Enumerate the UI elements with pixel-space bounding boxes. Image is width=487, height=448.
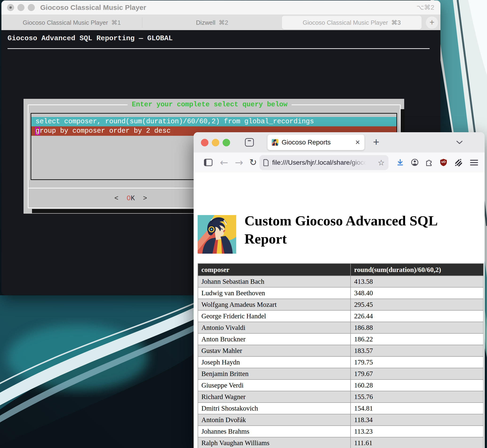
terminal-tab-1[interactable]: Giocoso Classical Music Player⌘1 xyxy=(1,15,142,30)
svg-text:uO: uO xyxy=(441,160,446,164)
text-cursor: g xyxy=(36,127,40,135)
table-cell: 348.40 xyxy=(351,287,483,299)
ok-label: K xyxy=(131,195,135,202)
close-button[interactable] xyxy=(7,4,14,11)
tab-label: Dizwell xyxy=(196,19,215,26)
close-button[interactable] xyxy=(201,139,208,146)
browser-toolbar: ← → ↻ file:///Users/hjr/.local/share/gio… xyxy=(194,152,485,173)
terminal-tabbar: Giocoso Classical Music Player⌘1 Dizwell… xyxy=(1,15,440,30)
table-cell: Antonín Dvořák xyxy=(198,414,351,426)
table-cell: Anton Bruckner xyxy=(198,333,351,345)
window-title: Giocoso Classical Music Player xyxy=(40,0,146,15)
table-row: Antonín Dvořák118.34 xyxy=(198,414,483,426)
striped-extension-icon[interactable] xyxy=(454,158,462,166)
terminal-tab-2[interactable]: Dizwell⌘2 xyxy=(142,15,282,30)
table-cell: 113.23 xyxy=(351,426,483,437)
tab-close-icon[interactable]: ✕ xyxy=(355,135,360,150)
zoom-button[interactable] xyxy=(28,4,35,11)
table-cell: 179.75 xyxy=(351,356,483,368)
browser-window: Giocoso Reports ✕ + ← → ↻ file:///Users/… xyxy=(194,132,485,448)
column-header-composer: composer xyxy=(198,264,351,276)
beethoven-artwork-image xyxy=(198,215,236,254)
terminal-tab-3-active[interactable]: Giocoso Classical Music Player⌘3 xyxy=(282,16,422,29)
minimize-button[interactable] xyxy=(212,139,219,146)
firefox-view-icon[interactable] xyxy=(245,138,254,147)
table-cell: 111.61 xyxy=(351,437,483,448)
table-row: Antonio Vivaldi186.88 xyxy=(198,322,483,333)
zoom-button[interactable] xyxy=(223,139,230,146)
table-row: Johannes Brahms113.23 xyxy=(198,426,483,437)
ok-hotkey: O xyxy=(127,195,131,202)
url-text[interactable]: file:///Users/hjr/.local/share/giocos xyxy=(272,159,366,166)
tab-favicon xyxy=(272,139,278,146)
table-cell: Benjamin Britten xyxy=(198,368,351,380)
forward-icon[interactable]: → xyxy=(233,152,245,172)
table-cell: 160.28 xyxy=(351,380,483,391)
report-table: composer round(sum(duration)/60/60,2) Jo… xyxy=(198,263,484,448)
window-shortcut-badge: ⌥⌘2 xyxy=(416,0,434,15)
browser-tabstrip: Giocoso Reports ✕ + xyxy=(194,132,485,152)
screen-title: Giocoso Advanced SQL Reporting — GLOBAL xyxy=(8,34,173,42)
ok-bracket-left: < xyxy=(114,195,127,202)
table-cell: Antonio Vivaldi xyxy=(198,322,351,333)
downloads-icon[interactable] xyxy=(396,158,404,166)
ublock-origin-icon[interactable]: uO xyxy=(439,158,447,166)
back-icon[interactable]: ← xyxy=(218,152,230,172)
table-row: Ludwig van Beethoven348.40 xyxy=(198,287,483,299)
extensions-puzzle-icon[interactable] xyxy=(425,158,433,166)
table-row: Anton Bruckner186.22 xyxy=(198,333,483,345)
new-tab-button[interactable]: + xyxy=(371,135,381,150)
table-cell: Dmitri Shostakovich xyxy=(198,403,351,414)
tab-label: Giocoso Classical Music Player xyxy=(23,19,108,26)
table-cell: 154.81 xyxy=(351,403,483,414)
table-cell: 186.88 xyxy=(351,322,483,333)
dialog-title: Enter your complete select query below xyxy=(128,101,291,108)
page-icon xyxy=(263,159,269,166)
table-cell: Ludwig van Beethoven xyxy=(198,287,351,299)
ok-bracket-right: > xyxy=(135,195,147,202)
table-cell: George Frideric Handel xyxy=(198,310,351,322)
reload-icon[interactable]: ↻ xyxy=(247,152,259,172)
tab-shortcut: ⌘1 xyxy=(111,19,121,26)
column-header-duration: round(sum(duration)/60/60,2) xyxy=(351,264,483,276)
table-cell: 295.45 xyxy=(351,299,483,310)
horizontal-rule xyxy=(8,48,430,49)
table-cell: Richard Wagner xyxy=(198,391,351,403)
table-cell: Giuseppe Verdi xyxy=(198,380,351,391)
table-header-row: composer round(sum(duration)/60/60,2) xyxy=(198,264,483,276)
table-cell: 186.22 xyxy=(351,333,483,345)
new-tab-button[interactable]: + xyxy=(426,16,438,29)
bookmark-star-icon[interactable]: ☆ xyxy=(378,158,385,167)
table-row: Giuseppe Verdi160.28 xyxy=(198,380,483,391)
account-profile-icon[interactable] xyxy=(411,158,419,166)
ok-button[interactable]: < OK > xyxy=(114,194,147,203)
table-cell: Johann Sebastian Bach xyxy=(198,276,351,287)
table-row: Benjamin Britten179.67 xyxy=(198,368,483,380)
list-all-tabs-chevron-icon[interactable] xyxy=(456,140,463,144)
table-cell: Wolfgang Amadeus Mozart xyxy=(198,299,351,310)
table-row: Gustav Mahler183.57 xyxy=(198,345,483,356)
table-row: Joseph Haydn179.75 xyxy=(198,356,483,368)
table-row: Wolfgang Amadeus Mozart295.45 xyxy=(198,299,483,310)
table-row: Richard Wagner155.76 xyxy=(198,391,483,403)
hamburger-menu-icon[interactable] xyxy=(470,160,478,165)
table-cell: Joseph Haydn xyxy=(198,356,351,368)
url-bar[interactable]: file:///Users/hjr/.local/share/giocos ☆ xyxy=(259,155,388,170)
table-cell: 155.76 xyxy=(351,391,483,403)
query-line-2-text: roup by composer order by 2 desc xyxy=(40,127,171,135)
table-cell: 179.67 xyxy=(351,368,483,380)
sidebar-toggle-icon[interactable] xyxy=(204,159,212,166)
minimize-button[interactable] xyxy=(17,4,24,11)
browser-tab-active[interactable]: Giocoso Reports ✕ xyxy=(267,135,364,150)
table-cell: 183.57 xyxy=(351,345,483,356)
table-cell: Ralph Vaughan Williams xyxy=(198,437,351,448)
tab-shortcut: ⌘3 xyxy=(391,19,401,26)
report-table-body: Johann Sebastian Bach413.58Ludwig van Be… xyxy=(198,276,483,448)
page-content: Custom Giocoso Advanced SQL Report compo… xyxy=(194,172,485,448)
table-cell: 118.34 xyxy=(351,414,483,426)
tab-title: Giocoso Reports xyxy=(282,135,331,150)
tab-shortcut: ⌘2 xyxy=(219,19,228,26)
table-cell: 226.44 xyxy=(351,310,483,322)
page-title: Custom Giocoso Advanced SQL Report xyxy=(244,212,456,248)
table-cell: Gustav Mahler xyxy=(198,345,351,356)
